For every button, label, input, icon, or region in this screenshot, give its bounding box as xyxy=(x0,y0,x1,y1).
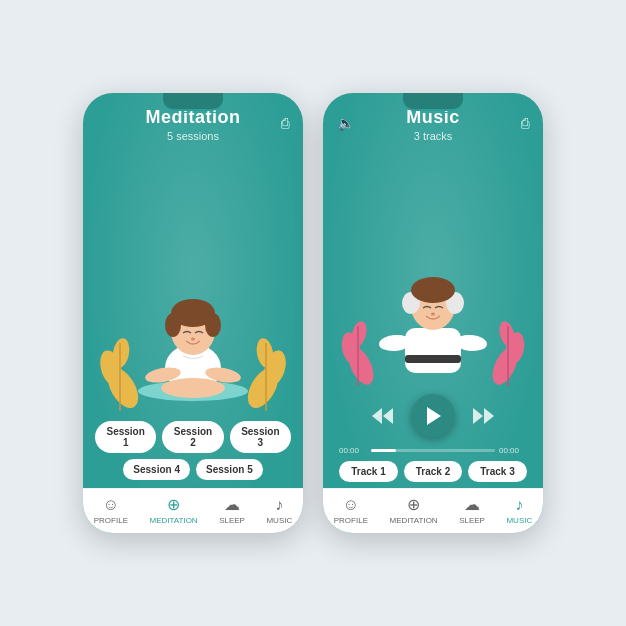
svg-marker-39 xyxy=(484,408,494,424)
music-illustration xyxy=(323,146,543,388)
meditation-label-2: MEDITATION xyxy=(389,516,437,525)
svg-point-12 xyxy=(161,378,225,398)
progress-fill xyxy=(371,449,396,452)
time-start: 00:00 xyxy=(339,446,367,455)
nav-profile-1[interactable]: ☺ PROFILE xyxy=(94,496,128,525)
svg-marker-36 xyxy=(383,408,393,424)
sleep-icon-1: ☁ xyxy=(224,495,240,514)
nav-profile-2[interactable]: ☺ PROFILE xyxy=(334,496,368,525)
phone-notch-2 xyxy=(403,93,463,109)
profile-icon-2: ☺ xyxy=(343,496,359,514)
svg-marker-37 xyxy=(427,407,441,425)
bottom-nav-1: ☺ PROFILE ⊕ MEDITATION ☁ SLEEP ♪ MUSIC xyxy=(83,488,303,533)
nav-sleep-2[interactable]: ☁ SLEEP xyxy=(459,495,485,525)
nav-music-2[interactable]: ♪ MUSIC xyxy=(506,496,532,525)
profile-label-1: PROFILE xyxy=(94,516,128,525)
phone-notch-1 xyxy=(163,93,223,109)
svg-point-15 xyxy=(165,313,181,337)
phone-content-1: Meditation 5 sessions ⎙ xyxy=(83,93,303,533)
music-icon-1: ♪ xyxy=(275,496,283,514)
track-buttons: Track 1 Track 2 Track 3 xyxy=(339,461,526,482)
music-label-2: MUSIC xyxy=(506,516,532,525)
meditation-phone: Meditation 5 sessions ⎙ xyxy=(83,93,303,533)
meditation-icon-2: ⊕ xyxy=(407,495,420,514)
nav-music-1[interactable]: ♪ MUSIC xyxy=(266,496,292,525)
progress-bar[interactable] xyxy=(371,449,495,452)
music-phone: Music 3 tracks ⎙ 🔈 xyxy=(323,93,543,533)
sessions-row-1: Session 1 Session 2 Session 3 xyxy=(95,421,291,453)
yellow-leaf-left xyxy=(93,323,148,413)
track-2-button[interactable]: Track 2 xyxy=(404,461,462,482)
share-icon-1[interactable]: ⎙ xyxy=(281,115,289,131)
meditation-subtitle: 5 sessions xyxy=(93,130,293,142)
meditation-title: Meditation xyxy=(93,107,293,128)
meditation-label-1: MEDITATION xyxy=(149,516,197,525)
nav-meditation-2[interactable]: ⊕ MEDITATION xyxy=(389,495,437,525)
track-1-button[interactable]: Track 1 xyxy=(339,461,397,482)
svg-marker-35 xyxy=(372,408,382,424)
sleep-label-2: SLEEP xyxy=(459,516,485,525)
nav-sleep-1[interactable]: ☁ SLEEP xyxy=(219,495,245,525)
track-3-button[interactable]: Track 3 xyxy=(468,461,526,482)
phones-container: Meditation 5 sessions ⎙ xyxy=(83,93,543,533)
svg-marker-38 xyxy=(473,408,483,424)
music-subtitle: 3 tracks xyxy=(333,130,533,142)
session-5-button[interactable]: Session 5 xyxy=(196,459,263,480)
progress-bar-container: 00:00 00:00 xyxy=(339,446,527,455)
svg-rect-27 xyxy=(405,355,461,363)
svg-point-17 xyxy=(191,338,195,341)
forward-button[interactable] xyxy=(471,403,497,429)
music-controls: 00:00 00:00 Track 1 Track 2 Track 3 xyxy=(323,388,543,488)
session-4-button[interactable]: Session 4 xyxy=(123,459,190,480)
music-label-1: MUSIC xyxy=(266,516,292,525)
music-title: Music xyxy=(333,107,533,128)
bottom-nav-2: ☺ PROFILE ⊕ MEDITATION ☁ SLEEP ♪ MUSIC xyxy=(323,488,543,533)
volume-icon[interactable]: 🔈 xyxy=(337,115,354,131)
pink-leaf-left xyxy=(333,308,383,388)
rewind-button[interactable] xyxy=(369,403,395,429)
sleep-icon-2: ☁ xyxy=(464,495,480,514)
phone-content-2: Music 3 tracks ⎙ 🔈 xyxy=(323,93,543,533)
session-3-button[interactable]: Session 3 xyxy=(230,421,291,453)
pink-leaf-right xyxy=(483,308,533,388)
music-icon-2: ♪ xyxy=(515,496,523,514)
profile-icon-1: ☺ xyxy=(103,496,119,514)
nav-meditation-1[interactable]: ⊕ MEDITATION xyxy=(149,495,197,525)
play-button[interactable] xyxy=(411,394,455,438)
yellow-leaf-right xyxy=(238,323,293,413)
session-1-button[interactable]: Session 1 xyxy=(95,421,156,453)
svg-point-33 xyxy=(411,277,455,303)
sessions-area: Session 1 Session 2 Session 3 Session 4 … xyxy=(83,413,303,488)
sleep-label-1: SLEEP xyxy=(219,516,245,525)
meditation-icon-1: ⊕ xyxy=(167,495,180,514)
meditation-illustration xyxy=(83,146,303,413)
svg-rect-26 xyxy=(405,328,461,373)
svg-point-16 xyxy=(205,313,221,337)
sessions-row-2: Session 4 Session 5 xyxy=(95,459,291,480)
svg-point-34 xyxy=(431,313,435,316)
share-icon-2[interactable]: ⎙ xyxy=(521,115,529,131)
session-2-button[interactable]: Session 2 xyxy=(162,421,223,453)
time-end: 00:00 xyxy=(499,446,527,455)
playback-buttons xyxy=(369,394,497,438)
profile-label-2: PROFILE xyxy=(334,516,368,525)
